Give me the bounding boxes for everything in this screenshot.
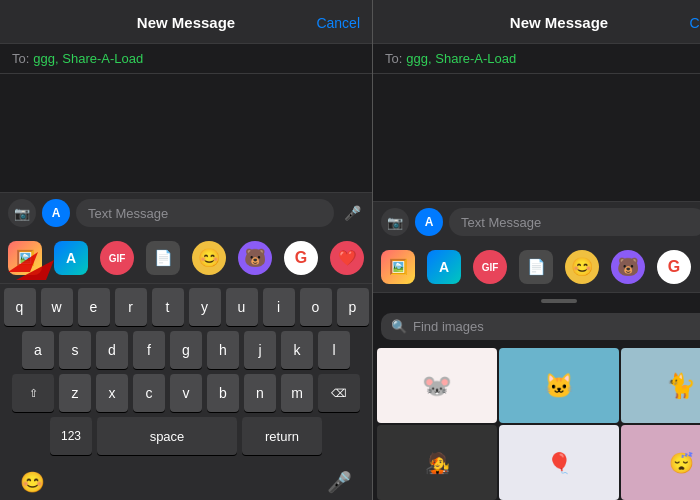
right-input-bar: 📷 A Text Message 🎤: [373, 201, 700, 242]
key-e[interactable]: e: [78, 288, 110, 326]
key-row-3: ⇧ z x c v b n m ⌫: [3, 374, 369, 412]
left-to-field: To: ggg, Share-A-Load: [0, 44, 372, 74]
numbers-key[interactable]: 123: [50, 417, 92, 455]
key-r[interactable]: r: [115, 288, 147, 326]
key-v[interactable]: v: [170, 374, 202, 412]
right-memoji2-icon[interactable]: 🐻: [611, 250, 645, 284]
left-input-bar: 📷 A Text Message 🎤: [0, 192, 372, 233]
gif-cell-minnie[interactable]: 🐭: [377, 348, 497, 423]
key-n[interactable]: n: [244, 374, 276, 412]
mic-button[interactable]: 🎤: [340, 201, 364, 225]
key-u[interactable]: u: [226, 288, 258, 326]
right-photos-icon[interactable]: 🖼️: [381, 250, 415, 284]
right-header: New Message Cancel: [373, 0, 700, 44]
key-l[interactable]: l: [318, 331, 350, 369]
key-j[interactable]: j: [244, 331, 276, 369]
left-keyboard-area: 📷 A Text Message 🎤 🖼️ A GIF 📄 😊 🐻 G ❤️: [0, 192, 372, 500]
key-row-1: q w e r t y u i o p: [3, 288, 369, 326]
left-app-icons-row: 🖼️ A GIF 📄 😊 🐻 G ❤️: [0, 233, 372, 284]
key-m[interactable]: m: [281, 374, 313, 412]
left-cancel-button[interactable]: Cancel: [316, 15, 360, 31]
gif-panel: 🔍 Find images 🐭 🐱 🐈 🧑‍🎤 🎈 😴: [373, 305, 700, 500]
right-message-area[interactable]: [373, 74, 700, 201]
right-to-field: To: ggg, Share-A-Load: [373, 44, 700, 74]
left-header: New Message Cancel: [0, 0, 372, 44]
key-z[interactable]: z: [59, 374, 91, 412]
camera-button[interactable]: 📷: [8, 199, 36, 227]
memoji2-icon[interactable]: 🐻: [238, 241, 272, 275]
svg-marker-1: [8, 252, 38, 272]
gif-cell-dark[interactable]: 🧑‍🎤: [377, 425, 497, 500]
gif-cell-balloons[interactable]: 🎈: [499, 425, 619, 500]
right-app-icons-row: 🖼️ A GIF 📄 😊 🐻 G ❤️: [373, 242, 700, 293]
key-s[interactable]: s: [59, 331, 91, 369]
right-appstore-button[interactable]: A: [415, 208, 443, 236]
left-phone-panel: New Message Cancel To: ggg, Share-A-Load…: [0, 0, 373, 500]
key-g[interactable]: g: [170, 331, 202, 369]
gif-search-bar[interactable]: 🔍 Find images: [381, 313, 700, 340]
key-f[interactable]: f: [133, 331, 165, 369]
key-b[interactable]: b: [207, 374, 239, 412]
appstore-icon[interactable]: A: [54, 241, 88, 275]
text-input-placeholder: Text Message: [88, 206, 168, 221]
gif-cell-cat[interactable]: 🐱: [499, 348, 619, 423]
key-p[interactable]: p: [337, 288, 369, 326]
key-q[interactable]: q: [4, 288, 36, 326]
gplus-icon[interactable]: G: [284, 241, 318, 275]
files-icon[interactable]: 📄: [146, 241, 180, 275]
key-row-4: 123 space return: [3, 417, 369, 455]
right-text-message-input[interactable]: Text Message: [449, 208, 700, 236]
right-to-label: To:: [385, 51, 402, 66]
delete-key[interactable]: ⌫: [318, 374, 360, 412]
key-i[interactable]: i: [263, 288, 295, 326]
right-camera-button[interactable]: 📷: [381, 208, 409, 236]
right-appstore-icon[interactable]: A: [427, 250, 461, 284]
gif-search-input[interactable]: Find images: [413, 319, 484, 334]
search-icon: 🔍: [391, 319, 407, 334]
mic-bottom-button[interactable]: 🎤: [327, 470, 352, 494]
key-c[interactable]: c: [133, 374, 165, 412]
main-container: New Message Cancel To: ggg, Share-A-Load…: [0, 0, 700, 500]
to-recipients[interactable]: ggg, Share-A-Load: [33, 51, 143, 66]
return-key[interactable]: return: [242, 417, 322, 455]
shift-key[interactable]: ⇧: [12, 374, 54, 412]
keyboard: q w e r t y u i o p a s d f g h: [0, 284, 372, 464]
left-header-title: New Message: [137, 14, 235, 31]
right-gif-icon[interactable]: GIF: [473, 250, 507, 284]
left-bottom-bar: 😊 🎤: [0, 464, 372, 500]
more-icon[interactable]: ❤️: [330, 241, 364, 275]
key-y[interactable]: y: [189, 288, 221, 326]
key-d[interactable]: d: [96, 331, 128, 369]
key-row-2: a s d f g h j k l: [3, 331, 369, 369]
gif-cell-sleeping[interactable]: 😴: [621, 425, 700, 500]
key-o[interactable]: o: [300, 288, 332, 326]
gif-cell-cartoon-cat2[interactable]: 🐈: [621, 348, 700, 423]
key-k[interactable]: k: [281, 331, 313, 369]
right-to-recipients[interactable]: ggg, Share-A-Load: [406, 51, 516, 66]
memoji1-icon[interactable]: 😊: [192, 241, 226, 275]
right-phone-panel: New Message Cancel To: ggg, Share-A-Load…: [373, 0, 700, 500]
space-key[interactable]: space: [97, 417, 237, 455]
red-arrow-indicator: [8, 242, 54, 286]
gif-panel-drag-handle[interactable]: [541, 299, 577, 303]
right-memoji1-icon[interactable]: 😊: [565, 250, 599, 284]
text-message-input[interactable]: Text Message: [76, 199, 334, 227]
right-files-icon[interactable]: 📄: [519, 250, 553, 284]
gif-grid: 🐭 🐱 🐈 🧑‍🎤 🎈 😴: [373, 348, 700, 500]
right-text-input-placeholder: Text Message: [461, 215, 541, 230]
emoji-button[interactable]: 😊: [20, 470, 45, 494]
key-h[interactable]: h: [207, 331, 239, 369]
left-message-area[interactable]: [0, 74, 372, 192]
right-cancel-button[interactable]: Cancel: [689, 15, 700, 31]
gif-icon[interactable]: GIF: [100, 241, 134, 275]
key-t[interactable]: t: [152, 288, 184, 326]
right-header-title: New Message: [510, 14, 608, 31]
appstore-button[interactable]: A: [42, 199, 70, 227]
right-gplus-icon[interactable]: G: [657, 250, 691, 284]
key-w[interactable]: w: [41, 288, 73, 326]
key-x[interactable]: x: [96, 374, 128, 412]
to-label: To:: [12, 51, 29, 66]
key-a[interactable]: a: [22, 331, 54, 369]
